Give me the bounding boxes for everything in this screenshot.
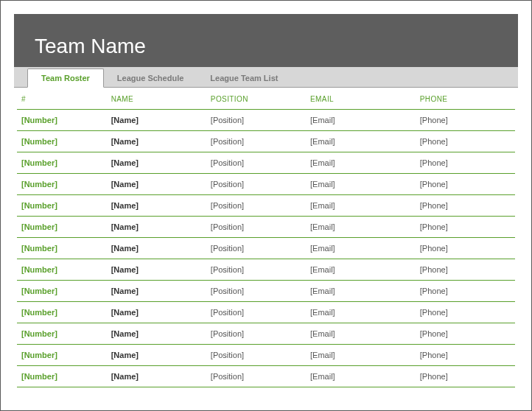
cell-email: [Email]: [306, 345, 416, 366]
cell-position: [Position]: [206, 217, 306, 238]
cell-email: [Email]: [306, 323, 416, 345]
table-row: [Number][Name][Position][Email][Phone]: [17, 110, 515, 131]
cell-position: [Position]: [206, 152, 306, 174]
cell-name: [Name]: [107, 174, 206, 195]
table-row: [Number][Name][Position][Email][Phone]: [17, 217, 515, 238]
cell-name: [Name]: [107, 323, 206, 345]
cell-name: [Name]: [107, 345, 206, 366]
cell-email: [Email]: [306, 217, 416, 238]
cell-number: [Number]: [17, 238, 107, 259]
cell-phone: [Phone]: [416, 174, 515, 195]
cell-number: [Number]: [17, 345, 107, 366]
cell-phone: [Phone]: [416, 110, 515, 131]
cell-phone: [Phone]: [416, 302, 515, 323]
tab-league-team-list[interactable]: League Team List: [197, 69, 291, 87]
tab-team-roster[interactable]: Team Roster: [27, 68, 104, 88]
cell-name: [Name]: [107, 110, 206, 131]
cell-number: [Number]: [17, 152, 107, 174]
table-header-row: # NAME POSITION EMAIL PHONE: [17, 88, 515, 110]
cell-position: [Position]: [206, 238, 306, 259]
table-row: [Number][Name][Position][Email][Phone]: [17, 302, 515, 323]
table-row: [Number][Name][Position][Email][Phone]: [17, 366, 515, 387]
cell-name: [Name]: [107, 195, 206, 217]
table-row: [Number][Name][Position][Email][Phone]: [17, 323, 515, 345]
cell-number: [Number]: [17, 110, 107, 131]
table-row: [Number][Name][Position][Email][Phone]: [17, 281, 515, 302]
cell-email: [Email]: [306, 259, 416, 281]
table-row: [Number][Name][Position][Email][Phone]: [17, 131, 515, 152]
cell-number: [Number]: [17, 174, 107, 195]
tab-league-schedule[interactable]: League Schedule: [104, 69, 197, 87]
cell-name: [Name]: [107, 281, 206, 302]
cell-name: [Name]: [107, 217, 206, 238]
cell-email: [Email]: [306, 366, 416, 387]
cell-position: [Position]: [206, 195, 306, 217]
cell-number: [Number]: [17, 259, 107, 281]
cell-email: [Email]: [306, 131, 416, 152]
col-header-phone: PHONE: [416, 88, 515, 110]
cell-phone: [Phone]: [416, 195, 515, 217]
cell-email: [Email]: [306, 281, 416, 302]
cell-phone: [Phone]: [416, 366, 515, 387]
cell-phone: [Phone]: [416, 259, 515, 281]
col-header-name: NAME: [107, 88, 206, 110]
cell-phone: [Phone]: [416, 238, 515, 259]
cell-name: [Name]: [107, 302, 206, 323]
tab-bar: Team Roster League Schedule League Team …: [14, 67, 518, 88]
cell-number: [Number]: [17, 217, 107, 238]
page: Team Name Team Roster League Schedule Le…: [0, 0, 532, 411]
cell-name: [Name]: [107, 238, 206, 259]
col-header-position: POSITION: [206, 88, 306, 110]
cell-name: [Name]: [107, 366, 206, 387]
table-row: [Number][Name][Position][Email][Phone]: [17, 174, 515, 195]
cell-position: [Position]: [206, 302, 306, 323]
cell-position: [Position]: [206, 259, 306, 281]
cell-phone: [Phone]: [416, 152, 515, 174]
cell-position: [Position]: [206, 281, 306, 302]
roster-table-wrap: # NAME POSITION EMAIL PHONE [Number][Nam…: [14, 88, 518, 387]
cell-position: [Position]: [206, 110, 306, 131]
header-band: Team Name: [14, 14, 518, 67]
cell-email: [Email]: [306, 174, 416, 195]
cell-number: [Number]: [17, 281, 107, 302]
col-header-number: #: [17, 88, 107, 110]
cell-name: [Name]: [107, 131, 206, 152]
cell-position: [Position]: [206, 366, 306, 387]
cell-position: [Position]: [206, 174, 306, 195]
col-header-email: EMAIL: [306, 88, 416, 110]
table-row: [Number][Name][Position][Email][Phone]: [17, 152, 515, 174]
cell-number: [Number]: [17, 131, 107, 152]
cell-number: [Number]: [17, 195, 107, 217]
cell-number: [Number]: [17, 323, 107, 345]
cell-email: [Email]: [306, 302, 416, 323]
cell-position: [Position]: [206, 131, 306, 152]
page-title: Team Name: [35, 35, 518, 58]
cell-email: [Email]: [306, 195, 416, 217]
cell-position: [Position]: [206, 345, 306, 366]
roster-table: # NAME POSITION EMAIL PHONE [Number][Nam…: [17, 88, 515, 387]
cell-email: [Email]: [306, 238, 416, 259]
table-row: [Number][Name][Position][Email][Phone]: [17, 195, 515, 217]
cell-phone: [Phone]: [416, 323, 515, 345]
cell-phone: [Phone]: [416, 281, 515, 302]
cell-phone: [Phone]: [416, 345, 515, 366]
cell-email: [Email]: [306, 110, 416, 131]
cell-phone: [Phone]: [416, 217, 515, 238]
cell-email: [Email]: [306, 152, 416, 174]
cell-number: [Number]: [17, 302, 107, 323]
cell-phone: [Phone]: [416, 131, 515, 152]
table-row: [Number][Name][Position][Email][Phone]: [17, 238, 515, 259]
cell-number: [Number]: [17, 366, 107, 387]
table-row: [Number][Name][Position][Email][Phone]: [17, 345, 515, 366]
cell-name: [Name]: [107, 259, 206, 281]
cell-position: [Position]: [206, 323, 306, 345]
table-row: [Number][Name][Position][Email][Phone]: [17, 259, 515, 281]
cell-name: [Name]: [107, 152, 206, 174]
